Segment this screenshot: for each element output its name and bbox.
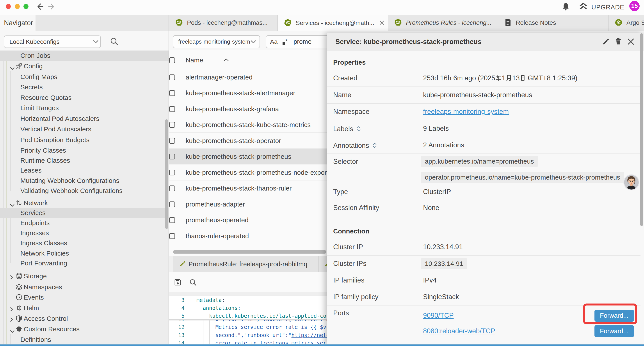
row-checkbox[interactable]: [169, 170, 175, 175]
sidebar-item-runtime-classes[interactable]: Runtime Classes: [0, 155, 168, 166]
port-link[interactable]: 8080:reloader-web/TCP: [423, 327, 495, 335]
kubeconfig-select[interactable]: Local Kubeconfigs: [4, 35, 101, 48]
row-checkbox[interactable]: [169, 122, 175, 128]
sidebar-item-access-control[interactable]: Access Control: [0, 314, 168, 324]
sort-updown-icon[interactable]: [373, 142, 377, 150]
chevron-right-icon[interactable]: [10, 306, 13, 313]
close-tab-icon[interactable]: [380, 20, 384, 26]
regex-icon[interactable]: *: [282, 37, 288, 46]
sidebar-item-resource-quotas[interactable]: Resource Quotas: [0, 93, 168, 103]
sidebar-divider[interactable]: [168, 15, 169, 345]
editor-search-icon[interactable]: [189, 278, 197, 288]
table-row[interactable]: kube-prometheus-stack-grafana: [169, 101, 327, 117]
sidebar-item-network-policies[interactable]: Network Policies: [0, 248, 168, 258]
table-row[interactable]: kube-prometheus-stack-prometheus-node-ex…: [169, 164, 327, 180]
sidebar-item-pod-disruption-budgets[interactable]: Pod Disruption Budgets: [0, 135, 168, 145]
table-row[interactable]: kube-prometheus-stack-thanos-ruler: [169, 180, 327, 196]
name-column-header[interactable]: Name: [186, 56, 203, 64]
sidebar-item-definitions[interactable]: Definitions: [0, 335, 168, 345]
table-row[interactable]: prometheus-operated: [169, 212, 327, 228]
table-row[interactable]: thanos-ruler-operated: [169, 228, 327, 244]
table-search-input[interactable]: Aa * prome: [266, 35, 332, 48]
sidebar-item-events[interactable]: Events: [0, 292, 168, 303]
sidebar-item-leases[interactable]: Leases: [0, 165, 168, 175]
upgrade-button[interactable]: UPGRADE: [592, 0, 624, 14]
row-checkbox[interactable]: [169, 138, 175, 144]
chevron-right-icon[interactable]: [10, 316, 13, 324]
table-row[interactable]: alertmanager-operated: [169, 69, 327, 85]
upgrade-icon[interactable]: [579, 2, 588, 12]
sidebar-item-ingresses[interactable]: Ingresses: [0, 228, 168, 238]
select-all-checkbox[interactable]: [169, 57, 175, 63]
sidebar-item-vertical-pod-autoscalers[interactable]: Vertical Pod Autoscalers: [0, 124, 168, 134]
sidebar-item-cron-jobs[interactable]: Cron Jobs: [0, 50, 168, 61]
row-checkbox[interactable]: [169, 217, 175, 223]
table-horizontal-scrollbar[interactable]: [173, 250, 326, 254]
chevron-down-icon[interactable]: [10, 327, 15, 335]
close-drawer-icon[interactable]: [627, 37, 635, 47]
sidebar-item-services[interactable]: Services: [0, 208, 168, 218]
delete-trash-icon[interactable]: [614, 37, 622, 46]
table-row[interactable]: kube-prometheus-stack-prometheus: [169, 149, 327, 164]
sidebar-item-network[interactable]: Network: [0, 198, 168, 208]
sidebar-item-helm[interactable]: Helm: [0, 303, 168, 313]
close-window-button[interactable]: [6, 4, 11, 9]
chevron-right-icon[interactable]: [10, 274, 13, 281]
port-link[interactable]: 9090/TCP: [423, 312, 454, 320]
row-checkbox[interactable]: [169, 185, 175, 191]
dock-tab-next[interactable]: [319, 256, 327, 272]
drawer-scrollbar[interactable]: [640, 33, 643, 226]
row-checkbox[interactable]: [169, 74, 175, 80]
sidebar-search-icon[interactable]: [110, 37, 119, 47]
namespace-select[interactable]: freeleaps-monitoring-system: [173, 35, 260, 48]
sidebar-item-limit-ranges[interactable]: Limit Ranges: [0, 103, 168, 113]
sort-updown-icon[interactable]: [357, 125, 361, 133]
sidebar-item-endpoints[interactable]: Endpoints: [0, 218, 168, 228]
yaml-editor[interactable]: 110","for":"1m","labels":{"service":"m12…: [169, 296, 327, 345]
zoom-window-button[interactable]: [24, 4, 28, 9]
row-checkbox[interactable]: [169, 90, 175, 96]
forward-icon[interactable]: [48, 2, 56, 12]
save-icon[interactable]: [174, 279, 182, 287]
code-link[interactable]: https://netd: [292, 332, 327, 338]
tab-services[interactable]: Services - icecheng@math...: [278, 15, 388, 31]
table-row[interactable]: kube-prometheus-stack-alertmanager: [169, 85, 327, 101]
sidebar-scrollbar[interactable]: [165, 119, 168, 229]
row-checkbox[interactable]: [169, 106, 175, 112]
sidebar-item-secrets[interactable]: Secrets: [0, 82, 168, 92]
editor-scroll-band[interactable]: [169, 292, 327, 296]
row-checkbox[interactable]: [169, 154, 175, 159]
row-checkbox[interactable]: [169, 233, 175, 239]
table-row[interactable]: prometheus-adapter: [169, 196, 327, 212]
tab-release[interactable]: Release Notes: [498, 15, 608, 31]
tab-pods[interactable]: Pods - icecheng@mathmas...: [169, 15, 278, 31]
property-value-link[interactable]: freeleaps-monitoring-system: [423, 108, 509, 116]
table-row[interactable]: kube-prometheus-stack-operator: [169, 133, 327, 149]
back-icon[interactable]: [35, 2, 44, 12]
notifications-bell-icon[interactable]: [562, 2, 570, 12]
notification-count-badge[interactable]: 15: [629, 1, 640, 11]
edit-pencil-icon[interactable]: [602, 37, 610, 46]
chevron-down-icon[interactable]: [10, 64, 15, 72]
chevron-down-icon[interactable]: [10, 201, 15, 209]
sidebar-item-namespaces[interactable]: Namespaces: [0, 282, 168, 292]
dock-tab-prometheusrule[interactable]: PrometheusRule: freeleaps-prod-rabbitmq: [173, 256, 319, 272]
sidebar-item-config[interactable]: Config: [0, 61, 168, 71]
sidebar-item-config-maps[interactable]: Config Maps: [0, 72, 168, 82]
sort-ascending-icon[interactable]: [224, 58, 229, 62]
sidebar-item-storage[interactable]: Storage: [0, 271, 168, 281]
sidebar-item-port-forwarding[interactable]: Port Forwarding: [0, 258, 168, 268]
row-checkbox[interactable]: [169, 201, 175, 207]
tab-argo[interactable]: Argo Se: [608, 15, 644, 31]
sidebar-item-validating-webhook-configurations[interactable]: Validating Webhook Configurations: [0, 186, 168, 196]
port-forward-button[interactable]: Forward...: [594, 325, 634, 337]
tab-prometheus[interactable]: Prometheus Rules - icecheng...: [388, 15, 498, 31]
sidebar-item-mutating-webhook-configurations[interactable]: Mutating Webhook Configurations: [0, 176, 168, 186]
table-row[interactable]: kube-prometheus-stack-kube-state-metrics: [169, 117, 327, 133]
minimize-window-button[interactable]: [15, 4, 20, 9]
sidebar-item-horizontal-pod-autoscalers[interactable]: Horizontal Pod Autoscalers: [0, 114, 168, 124]
sidebar-item-priority-classes[interactable]: Priority Classes: [0, 145, 168, 155]
sidebar-item-custom-resources[interactable]: Custom Resources: [0, 324, 168, 334]
sidebar-item-ingress-classes[interactable]: Ingress Classes: [0, 238, 168, 248]
match-case-icon[interactable]: Aa: [270, 38, 278, 45]
